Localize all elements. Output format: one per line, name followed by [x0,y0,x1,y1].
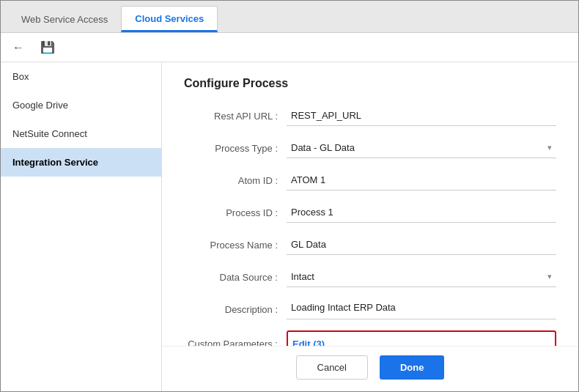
back-icon: ← [12,41,24,54]
process-type-value[interactable]: Data - GL Data ▾ [287,138,556,158]
footer: Cancel Done [162,346,578,391]
custom-parameters-box: Edit (3) [287,330,556,346]
main-layout: Box Google Drive NetSuite Connect Integr… [1,62,578,391]
cancel-button[interactable]: Cancel [296,355,368,380]
data-source-dropdown-icon: ▾ [547,272,552,281]
process-name-row: Process Name : GL Data [184,234,556,256]
atom-id-label: Atom ID : [184,175,287,186]
process-name-label: Process Name : [184,240,287,251]
sidebar-item-google-drive[interactable]: Google Drive [1,91,161,119]
tab-cloud-services[interactable]: Cloud Services [121,6,218,32]
back-button[interactable]: ← [8,38,29,57]
process-id-value: Process 1 [287,202,556,223]
done-button[interactable]: Done [380,355,445,380]
toolbar: ← 💾 [1,33,578,62]
process-type-label: Process Type : [184,143,287,154]
process-type-row: Process Type : Data - GL Data ▾ [184,137,556,159]
rest-api-url-label: Rest API URL : [184,111,287,122]
page-title: Configure Process [184,77,556,90]
rest-api-url-row: Rest API URL : REST_API_URL [184,105,556,127]
description-label: Description : [184,304,287,315]
data-source-value[interactable]: Intact ▾ [287,267,556,287]
atom-id-value: ATOM 1 [287,170,556,191]
save-button[interactable]: 💾 [36,37,59,57]
data-source-row: Data Source : Intact ▾ [184,266,556,288]
sidebar: Box Google Drive NetSuite Connect Integr… [1,62,162,391]
description-value: Loading Intact ERP Data [287,299,556,319]
custom-parameters-row: Custom Parameters : Edit (3) [184,330,556,346]
sidebar-item-box[interactable]: Box [1,62,161,91]
save-icon: 💾 [40,40,55,54]
content-area: Configure Process Rest API URL : REST_AP… [162,62,578,346]
tab-bar: Web Service Access Cloud Services [1,1,578,33]
process-id-row: Process ID : Process 1 [184,201,556,223]
custom-parameters-label: Custom Parameters : [184,339,287,347]
sidebar-item-integration-service[interactable]: Integration Service [1,148,161,177]
sidebar-item-netsuite-connect[interactable]: NetSuite Connect [1,119,161,148]
rest-api-url-value: REST_API_URL [287,106,556,126]
data-source-label: Data Source : [184,272,287,283]
process-name-value: GL Data [287,234,556,255]
tab-web-service-access[interactable]: Web Service Access [8,6,121,32]
custom-parameters-edit-link[interactable]: Edit (3) [292,339,325,347]
process-id-label: Process ID : [184,207,287,218]
description-row: Description : Loading Intact ERP Data [184,298,556,320]
process-type-dropdown-icon: ▾ [547,143,552,152]
atom-id-row: Atom ID : ATOM 1 [184,169,556,191]
